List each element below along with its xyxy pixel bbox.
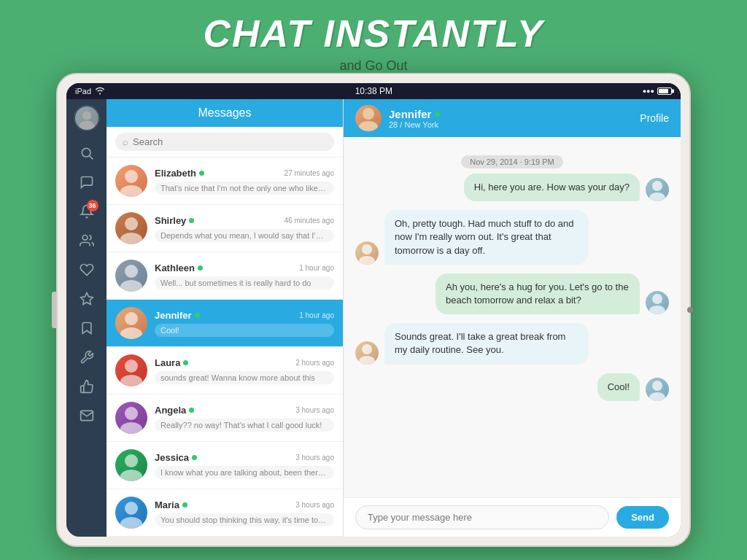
conversation-item[interactable]: Laura 2 hours ago sounds great! Wanna kn… xyxy=(107,347,343,394)
svg-point-1 xyxy=(79,121,94,131)
conv-avatar-img xyxy=(115,212,147,244)
chat-header-info: Jennifer 28 / New York xyxy=(389,108,440,129)
notification-count: 36 xyxy=(87,200,98,211)
conv-time: 1 hour ago xyxy=(299,264,334,272)
profile-button[interactable]: Profile xyxy=(640,112,669,124)
conv-time: 46 minutes ago xyxy=(285,217,334,225)
conv-avatar xyxy=(115,212,147,244)
message-bubble: Sounds great. I'll take a great break fr… xyxy=(384,323,589,364)
conversation-item[interactable]: Kathleen 1 hour ago Well... but sometime… xyxy=(107,252,343,300)
conv-avatar xyxy=(115,449,147,481)
svg-point-26 xyxy=(652,181,662,191)
sidebar-search[interactable] xyxy=(74,140,100,166)
svg-point-34 xyxy=(652,381,662,391)
sidebar-favorites[interactable] xyxy=(74,257,100,283)
svg-point-19 xyxy=(120,470,142,481)
user-avatar-image xyxy=(75,106,98,130)
ipad-side-dot xyxy=(687,307,693,313)
conv-avatar xyxy=(115,354,147,386)
svg-marker-5 xyxy=(80,293,93,305)
message-input[interactable] xyxy=(355,505,609,529)
conv-name: Elizabeth xyxy=(155,168,204,179)
conversation-item[interactable]: Jennifer 1 hour ago Cool! xyxy=(107,300,343,347)
wifi-icon xyxy=(95,86,105,96)
svg-point-8 xyxy=(125,217,138,230)
conv-header: Angela 3 hours ago xyxy=(155,405,334,416)
sidebar-bookmark[interactable] xyxy=(74,315,100,341)
svg-point-12 xyxy=(125,312,138,325)
sidebar-like[interactable] xyxy=(74,373,100,400)
conv-header: Jennifer 1 hour ago xyxy=(155,310,334,321)
chat-partner-avatar-img xyxy=(355,105,382,131)
chat-header: Jennifer 28 / New York Profile xyxy=(344,99,681,137)
sidebar-notifications[interactable]: 36 xyxy=(74,198,100,225)
conv-time: 27 minutes ago xyxy=(285,169,334,177)
conversation-item[interactable]: Elizabeth 27 minutes ago That's nice tha… xyxy=(107,158,343,205)
conv-avatar-img xyxy=(115,307,147,339)
conv-time: 3 hours ago xyxy=(295,454,334,462)
conv-preview: I know what you are talking about, been … xyxy=(155,466,334,479)
conv-header: Shirley 46 minutes ago xyxy=(155,215,334,226)
search-bar: ⌕ xyxy=(107,127,343,158)
page-subtitle: and Go Out xyxy=(0,58,747,74)
status-left: iPad xyxy=(75,86,105,96)
svg-point-21 xyxy=(120,517,142,529)
conv-header: Jessica 3 hours ago xyxy=(155,452,334,463)
msg-avatar-img xyxy=(646,291,669,314)
messages-panel: Messages ⌕ Elizabeth xyxy=(107,99,344,537)
online-dot xyxy=(192,455,197,460)
svg-point-15 xyxy=(120,375,142,386)
conv-preview: Cool! xyxy=(155,324,334,337)
msg-avatar-img xyxy=(355,341,379,365)
conv-avatar-img xyxy=(115,260,147,292)
svg-point-6 xyxy=(125,170,138,183)
conv-name: Laura xyxy=(155,357,188,368)
conv-name: Jessica xyxy=(155,452,197,463)
svg-line-3 xyxy=(89,156,93,160)
chat-header-user: Jennifer 28 / New York xyxy=(355,105,440,131)
conversation-item[interactable]: Shirley 46 minutes ago Depends what you … xyxy=(107,205,343,252)
svg-point-25 xyxy=(359,121,378,131)
conv-preview: Really?? no way! That's what I call good… xyxy=(155,419,334,432)
conv-time: 3 hours ago xyxy=(295,501,334,509)
sidebar-star[interactable] xyxy=(74,286,100,312)
message-row: Hi, here you are. How was your day? xyxy=(355,174,669,201)
message-bubble: Hi, here you are. How was your day? xyxy=(464,174,640,201)
conv-time: 2 hours ago xyxy=(295,359,334,367)
send-button[interactable]: Send xyxy=(616,506,669,529)
conv-header: Elizabeth 27 minutes ago xyxy=(155,168,334,179)
svg-point-24 xyxy=(363,108,374,120)
msg-avatar-img xyxy=(646,378,669,401)
sidebar-people[interactable] xyxy=(74,228,100,254)
conv-avatar xyxy=(115,260,147,292)
svg-point-9 xyxy=(120,233,142,244)
sidebar-mail[interactable] xyxy=(74,402,100,429)
conversation-item[interactable]: Angela 3 hours ago Really?? no way! That… xyxy=(107,394,343,442)
chat-partner-avatar xyxy=(355,105,382,131)
svg-point-32 xyxy=(362,344,372,354)
conv-name: Angela xyxy=(155,405,194,416)
search-input[interactable] xyxy=(133,136,327,147)
messages-header: Messages xyxy=(107,99,343,127)
conv-header: Kathleen 1 hour ago xyxy=(155,262,334,273)
conversation-list: Elizabeth 27 minutes ago That's nice tha… xyxy=(107,158,343,537)
msg-avatar xyxy=(646,178,669,201)
partner-location: New York xyxy=(404,120,438,129)
message-row: Oh, pretty tough. Had much stuff to do a… xyxy=(355,210,669,265)
user-avatar[interactable] xyxy=(74,105,100,131)
conv-name: Jennifer xyxy=(155,310,200,321)
chat-panel: Jennifer 28 / New York Profile xyxy=(344,99,681,537)
svg-point-27 xyxy=(649,192,665,201)
sidebar-messages[interactable] xyxy=(74,169,100,195)
status-bar: iPad 10:38 PM ●●● xyxy=(66,83,681,99)
sidebar-tools[interactable] xyxy=(74,344,100,370)
msg-avatar xyxy=(355,341,379,365)
online-dot xyxy=(183,360,188,365)
conversation-item[interactable]: Jessica 3 hours ago I know what you are … xyxy=(107,442,343,489)
conv-avatar-img xyxy=(115,354,147,386)
conv-header: Laura 2 hours ago xyxy=(155,357,334,368)
conv-preview: Depends what you mean, I would say that … xyxy=(155,229,334,242)
conversation-item[interactable]: Maria 3 hours ago You should stop thinki… xyxy=(107,489,343,537)
conv-content: Angela 3 hours ago Really?? no way! That… xyxy=(155,405,334,432)
conv-avatar-img xyxy=(115,497,147,529)
